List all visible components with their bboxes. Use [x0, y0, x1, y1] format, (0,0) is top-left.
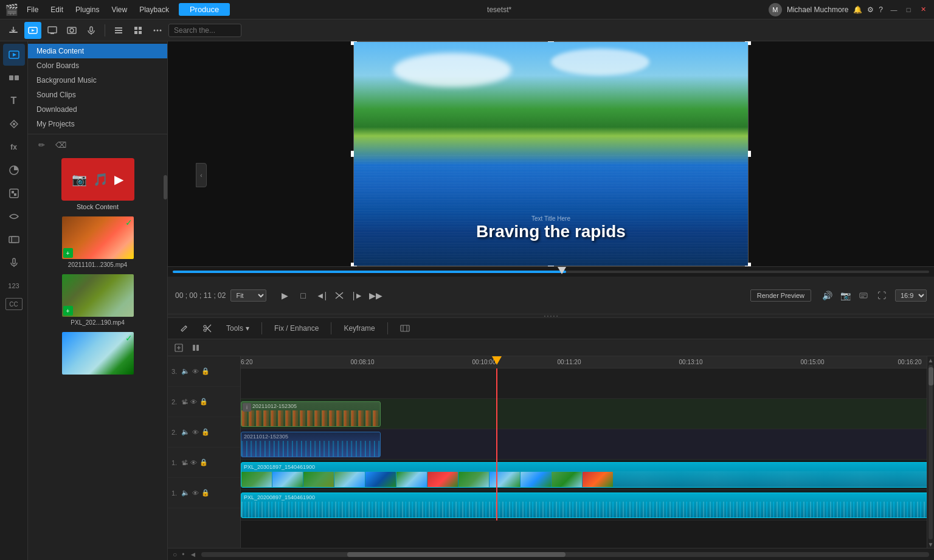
sidebar-text-icon[interactable]: T [3, 90, 25, 112]
play-button[interactable]: ▶ [276, 287, 293, 304]
search-input[interactable] [168, 24, 241, 37]
fix-enhance-button[interactable]: Fix / Enhance [269, 322, 323, 335]
menu-edit[interactable]: Edit [46, 4, 68, 15]
scroll-down-button[interactable]: ▼ [927, 541, 934, 548]
media-thumb-1[interactable]: ✓ + 20211101...2305.mp4 [62, 216, 134, 268]
sidebar-color-icon[interactable] [3, 159, 25, 181]
import-button[interactable] [5, 22, 22, 39]
track-2v-lock-icon[interactable]: 🔒 [199, 398, 208, 406]
screen-record-button[interactable] [44, 22, 61, 39]
prev-frame-button[interactable]: ◄| [313, 287, 330, 304]
aspect-ratio-select[interactable]: 16:9 4:3 1:1 [895, 289, 927, 302]
track-2a-eye-icon[interactable]: 👁 [192, 429, 199, 436]
nav-color-boards[interactable]: Color Boards [28, 58, 167, 73]
stop-button[interactable]: □ [294, 287, 311, 304]
menu-view[interactable]: View [106, 4, 132, 15]
sidebar-effects-icon[interactable] [3, 113, 25, 135]
fast-forward-button[interactable]: ▶▶ [367, 287, 384, 304]
subtitle-icon[interactable] [855, 287, 872, 304]
track-2v-video-icon[interactable]: 📽 [181, 398, 188, 406]
track-1a-eye-icon[interactable]: 👁 [192, 489, 199, 497]
scissors-tool-button[interactable] [198, 322, 216, 335]
progress-bar-area[interactable] [168, 267, 934, 277]
track-3-lock-icon[interactable]: 🔒 [201, 367, 210, 375]
menu-file[interactable]: File [22, 4, 43, 15]
track-1a-audio-icon[interactable]: 🔈 [181, 489, 190, 497]
nav-sound-clips[interactable]: Sound Clips [28, 88, 167, 102]
stock-content-tile[interactable]: 📷 🎵 ▶ Stock Content [61, 158, 134, 210]
track-1v-video-icon[interactable]: 📽 [181, 459, 188, 466]
zoom-out-button[interactable]: ○ [173, 550, 177, 559]
more-view-button[interactable] [149, 22, 166, 39]
scroll-left-button[interactable]: ◄ [189, 550, 196, 559]
pencil-tool-button[interactable] [175, 322, 193, 335]
track-1v-lock-icon[interactable]: 🔒 [199, 458, 208, 466]
produce-button[interactable]: Produce [179, 3, 230, 16]
maximize-button[interactable]: □ [902, 4, 915, 16]
snapshot-icon[interactable]: 📷 [837, 287, 854, 304]
panel-scrollbar[interactable] [164, 139, 167, 309]
audio-clip-2[interactable]: 20211012-152305 [241, 432, 381, 457]
scroll-up-button[interactable]: ▲ [927, 356, 934, 364]
render-preview-button[interactable]: Render Preview [750, 289, 811, 302]
media-thumb-3[interactable]: ✓ [62, 332, 134, 377]
nav-downloaded[interactable]: Downloaded [28, 102, 167, 117]
fit-select[interactable]: Fit 100% 50% [230, 289, 266, 302]
scroll-thumb-right[interactable] [929, 365, 933, 539]
nav-media-content[interactable]: Media Content [28, 44, 167, 58]
audio-button[interactable] [83, 22, 100, 39]
close-button[interactable]: ✕ [917, 4, 929, 16]
main-video-clip[interactable]: PXL_20301897_1540461900 [241, 462, 927, 488]
nav-background-music[interactable]: Background Music [28, 73, 167, 88]
keyframe-button[interactable]: Keyframe [339, 322, 379, 335]
track-3-audio-icon[interactable]: 🔈 [181, 367, 190, 375]
track-2v-eye-icon[interactable]: 👁 [190, 398, 197, 406]
timeline-fit-button[interactable] [173, 342, 185, 354]
media-thumb-2[interactable]: + PXL_202...190.mp4 [62, 274, 134, 326]
fullscreen-icon[interactable]: ⛶ [873, 287, 890, 304]
track-2a-lock-icon[interactable]: 🔒 [201, 428, 210, 436]
volume-icon[interactable]: 🔊 [818, 287, 835, 304]
menu-plugins[interactable]: Plugins [71, 4, 104, 15]
zoom-in-button[interactable]: • [182, 550, 184, 559]
photo-button[interactable] [63, 22, 80, 39]
annotation-pencil-button[interactable]: ✏ [33, 137, 50, 154]
media-scroll-area[interactable]: 📷 🎵 ▶ Stock Content ✓ + 20211101...2305.… [28, 156, 167, 560]
timeline-home-button[interactable] [190, 342, 202, 354]
track-1v-eye-icon[interactable]: 👁 [190, 459, 197, 466]
split-button[interactable] [331, 287, 348, 304]
sidebar-transitions-icon[interactable] [3, 67, 25, 89]
timeline-tracks[interactable]: 00:06:20 00:08:10 00:10:00 00:11:20 00:1… [241, 356, 927, 548]
panel-collapse-button[interactable]: ‹ [196, 163, 207, 187]
tools-dropdown-button[interactable]: Tools ▾ [221, 322, 254, 335]
media-button[interactable] [24, 22, 41, 39]
sidebar-cc-icon[interactable]: CC [5, 298, 22, 310]
list-view-button[interactable] [110, 22, 127, 39]
minimize-button[interactable]: — [888, 4, 900, 16]
sidebar-stickers-icon[interactable] [3, 182, 25, 204]
bell-icon[interactable]: 🔔 [853, 5, 862, 14]
sidebar-motion-icon[interactable] [3, 206, 25, 227]
sidebar-overlay-icon[interactable] [3, 229, 25, 251]
sidebar-number-icon[interactable]: 123 [3, 275, 25, 297]
track-1a-lock-icon[interactable]: 🔒 [201, 489, 210, 497]
track-3-eye-icon[interactable]: 👁 [192, 368, 199, 375]
next-frame-button[interactable]: |► [349, 287, 366, 304]
bottom-scrollbar-area[interactable]: ○ • ◄ [168, 548, 934, 560]
sidebar-media-icon[interactable] [3, 44, 25, 66]
gear-icon[interactable]: ⚙ [867, 5, 874, 14]
sidebar-audio-icon[interactable] [3, 252, 25, 274]
track-2a-audio-icon[interactable]: 🔈 [181, 428, 190, 436]
sidebar-fx-icon[interactable]: fx [3, 136, 25, 158]
grid-view-button[interactable] [130, 22, 147, 39]
bottom-scrollbar-track[interactable] [201, 552, 929, 557]
timeline-right-scrollbar[interactable]: ▲ ▼ [927, 356, 934, 548]
progress-track[interactable] [173, 271, 929, 273]
help-icon[interactable]: ? [879, 5, 883, 14]
nav-my-projects[interactable]: My Projects [28, 117, 167, 131]
annotation-eraser-button[interactable]: ⌫ [52, 137, 69, 154]
video-clip-2[interactable]: i 20211012-152305 [241, 401, 381, 427]
main-audio-clip[interactable]: PXL_20200897_1540461900 [241, 493, 927, 518]
storyboard-button[interactable] [395, 321, 415, 336]
menu-playback[interactable]: Playback [134, 4, 174, 15]
